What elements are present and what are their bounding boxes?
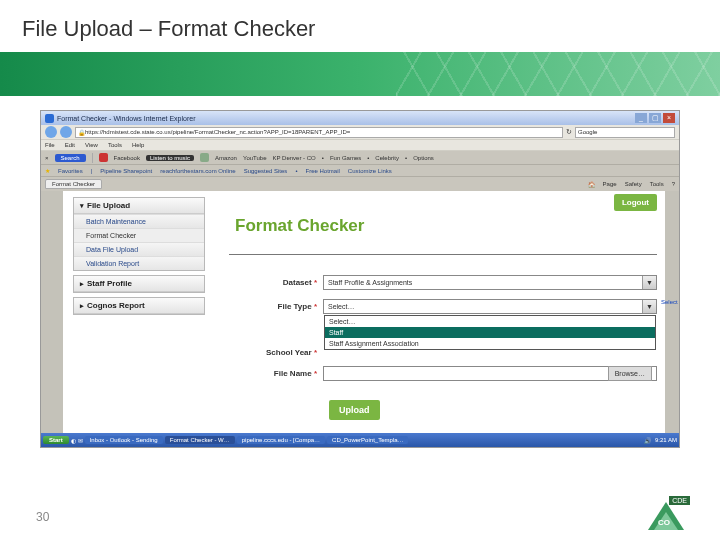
tb-weather[interactable]: KP Denver - CO (273, 155, 316, 161)
task-item-active[interactable]: Format Checker - W… (165, 436, 235, 444)
system-tray: 🔊9:21 AM (644, 437, 677, 444)
sidebar-group-staff: ▸Staff Profile (73, 275, 205, 293)
favorites-bar: ★ Favorites | Pipeline Sharepoint reachf… (41, 165, 679, 177)
tb-celeb[interactable]: Celebrity (375, 155, 399, 161)
tool-tools[interactable]: Tools (650, 181, 664, 188)
link-item[interactable]: Suggested Sites (244, 168, 288, 174)
dataset-value: Staff Profile & Assignments (328, 279, 412, 286)
content-area: Logout Format Checker Dataset * Staff Pr… (229, 192, 657, 431)
logo-state: CO (658, 518, 670, 527)
slide-title: File Upload – Format Checker (0, 0, 720, 52)
task-item[interactable]: Inbox - Outlook - Sending (85, 436, 163, 444)
tb-amazon[interactable]: Amazon (215, 155, 237, 161)
sidebar-group-upload: ▾File Upload Batch Maintenance Format Ch… (73, 197, 205, 271)
browse-button[interactable]: Browse… (608, 366, 652, 381)
sidebar: ▾File Upload Batch Maintenance Format Ch… (73, 197, 205, 319)
search-button[interactable]: Search (55, 154, 86, 162)
filetype-value: Select… (328, 303, 354, 310)
menu-bar: File Edit View Tools Help (41, 139, 679, 151)
page-title: Format Checker (235, 216, 657, 236)
sidebar-item-batch[interactable]: Batch Maintenance (74, 214, 204, 228)
address-bar[interactable]: 🔒 https://hdmistest.cde.state.co.us/pipe… (75, 127, 563, 138)
filetype-dropdown: Select… Staff Staff Assignment Associati… (324, 315, 656, 350)
task-item[interactable]: pipeline.cccs.edu - [Compa… (237, 436, 325, 444)
favorites-icon[interactable]: ★ (45, 167, 50, 174)
link-item[interactable]: Free Hotmail (305, 168, 339, 174)
page-body: ▾File Upload Batch Maintenance Format Ch… (41, 191, 679, 435)
clock: 9:21 AM (655, 437, 677, 443)
sidebar-hdr-upload[interactable]: ▾File Upload (74, 198, 204, 214)
tb-amazon-icon[interactable] (200, 153, 209, 162)
filetype-label: File Type * (231, 302, 323, 311)
filetype-select[interactable]: Select… ▼ Select… Staff Staff Assignment… (323, 299, 657, 314)
link-item[interactable]: reachforthestars.com Online (160, 168, 235, 174)
tool-help[interactable]: ? (672, 181, 675, 188)
sidebar-group-cognos: ▸Cognos Report (73, 297, 205, 315)
forward-button[interactable] (60, 126, 72, 138)
header-band (0, 52, 720, 96)
ie-icon (45, 114, 54, 123)
browser-tab[interactable]: Format Checker (45, 179, 102, 189)
task-item[interactable]: CD_PowerPoint_Templa… (327, 436, 408, 444)
filetype-option[interactable]: Staff Assignment Association (325, 338, 655, 349)
tool-safety[interactable]: Safety (625, 181, 642, 188)
tab-row: Format Checker 🏠 Page Safety Tools ? (41, 177, 679, 191)
back-button[interactable] (45, 126, 57, 138)
tool-page[interactable]: Page (603, 181, 617, 188)
browser-search[interactable]: Google (575, 127, 675, 138)
menu-file[interactable]: File (45, 142, 55, 148)
filename-input[interactable]: Browse… (323, 366, 657, 381)
dataset-label: Dataset * (231, 278, 323, 287)
window-title: Format Checker - Windows Internet Explor… (57, 115, 635, 122)
close-button[interactable]: × (663, 113, 675, 123)
divider (229, 254, 657, 255)
minimize-button[interactable]: _ (635, 113, 647, 123)
tb-music[interactable]: Listen to music (146, 155, 194, 161)
filetype-option-selected[interactable]: Staff (325, 327, 655, 338)
filename-label: File Name * (231, 369, 323, 378)
favorites-label[interactable]: Favorites (58, 168, 83, 174)
tb-youtube[interactable]: YouTube (243, 155, 267, 161)
menu-help[interactable]: Help (132, 142, 144, 148)
chevron-down-icon[interactable]: ▼ (642, 300, 656, 313)
filetype-option[interactable]: Select… (325, 316, 655, 327)
url-text: https://hdmistest.cde.state.co.us/pipeli… (85, 129, 350, 135)
tb-facebook[interactable]: Facebook (114, 155, 140, 161)
tb-options[interactable]: Options (413, 155, 434, 161)
upload-button[interactable]: Upload (329, 400, 380, 420)
filetype-hint: Select File Type (661, 299, 680, 305)
toolbar-icon[interactable] (99, 153, 108, 162)
logout-button[interactable]: Logout (614, 194, 657, 211)
sidebar-item-format-checker[interactable]: Format Checker (74, 228, 204, 242)
refresh-icon[interactable]: ↻ (566, 128, 572, 136)
sidebar-hdr-cognos[interactable]: ▸Cognos Report (74, 298, 204, 314)
link-item[interactable]: Pipeline Sharepoint (100, 168, 152, 174)
address-bar-row: 🔒 https://hdmistest.cde.state.co.us/pipe… (41, 125, 679, 139)
schoolyear-label: School Year * (231, 348, 323, 357)
lock-icon: 🔒 (78, 129, 85, 136)
sidebar-item-data-upload[interactable]: Data File Upload (74, 242, 204, 256)
window-titlebar: Format Checker - Windows Internet Explor… (41, 111, 679, 125)
menu-tools[interactable]: Tools (108, 142, 122, 148)
menu-view[interactable]: View (85, 142, 98, 148)
slide-number: 30 (36, 510, 49, 524)
windows-taskbar: Start ◐✉ Inbox - Outlook - Sending Forma… (41, 433, 679, 447)
start-button[interactable]: Start (43, 436, 69, 444)
format-checker-form: Dataset * Staff Profile & Assignments ▼ … (231, 275, 657, 420)
sidebar-hdr-staff[interactable]: ▸Staff Profile (74, 276, 204, 292)
toolbar: × Search Facebook Listen to music Amazon… (41, 151, 679, 165)
tb-games[interactable]: Fun Games (330, 155, 361, 161)
screenshot-frame: Format Checker - Windows Internet Explor… (40, 110, 680, 448)
maximize-button[interactable]: ▢ (649, 113, 661, 123)
menu-edit[interactable]: Edit (65, 142, 75, 148)
link-item[interactable]: Customize Links (348, 168, 392, 174)
tool-home[interactable]: 🏠 (588, 181, 595, 188)
sidebar-item-validation[interactable]: Validation Report (74, 256, 204, 270)
dataset-select[interactable]: Staff Profile & Assignments ▼ (323, 275, 657, 290)
logo-badge: CDE (669, 496, 690, 505)
cde-logo: CDE CO (644, 498, 690, 530)
chevron-down-icon[interactable]: ▼ (642, 276, 656, 289)
